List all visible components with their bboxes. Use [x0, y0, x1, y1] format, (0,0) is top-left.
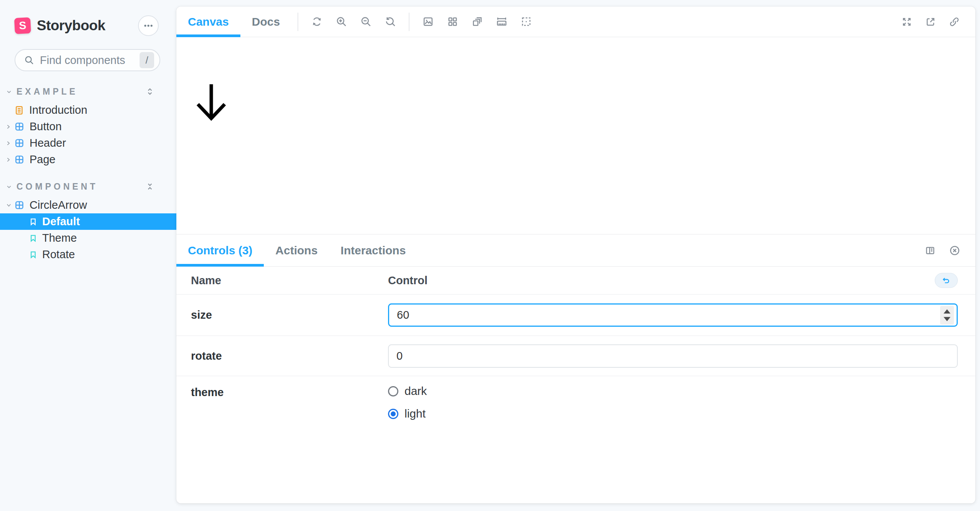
search-shortcut-badge: /: [140, 52, 154, 68]
sidebar-item-header[interactable]: Header: [0, 135, 176, 151]
control-name: rotate: [176, 350, 388, 362]
section-label: EXAMPLE: [16, 87, 144, 97]
background-icon[interactable]: [416, 10, 440, 33]
component-icon: [14, 138, 25, 148]
sidebar-item-introduction[interactable]: Introduction: [0, 102, 176, 118]
tab-docs[interactable]: Docs: [240, 7, 291, 37]
toolbar-divider: [298, 13, 298, 31]
sidebar-item-button[interactable]: Button: [0, 118, 176, 135]
zoom-in-icon[interactable]: [329, 10, 354, 33]
reset-controls-button[interactable]: [935, 273, 958, 288]
bookmark-icon: [29, 217, 37, 227]
control-row-size: size: [176, 295, 975, 336]
fullscreen-icon[interactable]: [895, 10, 919, 33]
viewport-icon[interactable]: [465, 10, 489, 33]
number-stepper[interactable]: [940, 306, 954, 324]
undo-icon: [942, 276, 951, 285]
close-panel-icon[interactable]: [942, 239, 967, 262]
sidebar-item-circlearrow[interactable]: CircleArrow: [0, 197, 176, 213]
preview-panel: Canvas Docs: [176, 7, 975, 503]
sidebar-item-label: Page: [30, 153, 56, 166]
control-name: theme: [176, 385, 388, 399]
control-row-rotate: rotate: [176, 336, 975, 376]
column-header-name: Name: [176, 274, 388, 287]
sidebar-item-label: CircleArrow: [30, 199, 87, 211]
radio-label: light: [404, 407, 426, 420]
stepper-down-icon[interactable]: [944, 317, 950, 321]
size-number-input[interactable]: [388, 303, 958, 327]
addons-panel: Controls (3) Actions Interactions: [176, 234, 975, 503]
stepper-up-icon[interactable]: [944, 309, 950, 313]
component-icon: [14, 154, 25, 165]
controls-table-header: Name Control: [176, 267, 975, 295]
split-panel-icon[interactable]: [918, 239, 942, 262]
preview-toolbar: Canvas Docs: [176, 7, 975, 37]
chevron-down-icon: [6, 203, 12, 208]
control-name: size: [176, 309, 388, 321]
sidebar-item-label: Introduction: [29, 104, 87, 116]
sidebar-item-label: Button: [30, 120, 62, 133]
collapse-all-icon[interactable]: [144, 181, 156, 192]
bookmark-icon: [29, 250, 37, 260]
tab-actions[interactable]: Actions: [264, 234, 329, 267]
theme-radio-dark[interactable]: dark: [388, 385, 958, 398]
storybook-app: S Storybook /: [0, 0, 980, 511]
theme-radio-light[interactable]: light: [388, 407, 958, 420]
preview-window-actions: [895, 10, 975, 33]
sidebar-item-label: Header: [30, 137, 66, 149]
reset-zoom-icon[interactable]: [378, 10, 403, 33]
chevron-right-icon: [6, 157, 12, 163]
addons-tabbar: Controls (3) Actions Interactions: [176, 234, 975, 267]
search-input[interactable]: [40, 54, 140, 67]
tab-interactions[interactable]: Interactions: [329, 234, 417, 267]
ellipsis-icon: [143, 20, 154, 31]
sidebar-story-theme[interactable]: Theme: [0, 230, 176, 246]
expand-all-icon[interactable]: [144, 86, 156, 97]
section-header-component[interactable]: COMPONENT: [0, 181, 176, 192]
outline-icon[interactable]: [514, 10, 538, 33]
chevron-down-icon: [6, 184, 12, 190]
story-canvas: [176, 37, 975, 234]
rotate-number-input[interactable]: [388, 344, 958, 368]
storybook-logo[interactable]: S Storybook: [15, 18, 105, 34]
storybook-logo-badge: S: [14, 17, 31, 34]
component-icon: [14, 200, 25, 210]
sidebar-story-label: Rotate: [42, 248, 75, 261]
chevron-down-icon: [6, 89, 12, 95]
search-icon: [24, 55, 35, 66]
radio-unchecked-icon[interactable]: [388, 386, 398, 396]
down-arrow-graphic: [196, 83, 227, 121]
control-row-theme: theme dark light: [176, 376, 975, 420]
copy-link-icon[interactable]: [942, 10, 966, 33]
sidebar-story-rotate[interactable]: Rotate: [0, 246, 176, 263]
tab-canvas[interactable]: Canvas: [176, 7, 240, 37]
chevron-right-icon: [6, 140, 12, 146]
open-new-tab-icon[interactable]: [919, 10, 942, 33]
remount-icon[interactable]: [304, 10, 329, 33]
chevron-right-icon: [6, 124, 12, 130]
column-header-control: Control: [388, 274, 975, 287]
bookmark-icon: [29, 233, 37, 243]
tab-controls[interactable]: Controls (3): [176, 234, 264, 267]
section-label: COMPONENT: [16, 182, 144, 192]
measure-icon[interactable]: [489, 10, 514, 33]
brand-title: Storybook: [37, 18, 105, 34]
theme-radio-group: dark light: [388, 385, 958, 420]
zoom-out-icon[interactable]: [354, 10, 378, 33]
sidebar: S Storybook /: [0, 0, 176, 511]
sidebar-story-label: Theme: [42, 232, 77, 244]
toolbar-divider: [409, 13, 409, 31]
sidebar-item-page[interactable]: Page: [0, 151, 176, 168]
section-header-example[interactable]: EXAMPLE: [0, 86, 176, 97]
sidebar-story-label: Default: [42, 215, 80, 228]
document-icon: [14, 105, 24, 116]
radio-checked-icon[interactable]: [388, 409, 398, 419]
grid-icon[interactable]: [440, 10, 465, 33]
component-icon: [14, 121, 25, 132]
search-box[interactable]: /: [15, 49, 160, 71]
sidebar-menu-button[interactable]: [138, 15, 159, 36]
sidebar-story-default[interactable]: Default: [0, 213, 176, 230]
radio-label: dark: [404, 385, 427, 398]
